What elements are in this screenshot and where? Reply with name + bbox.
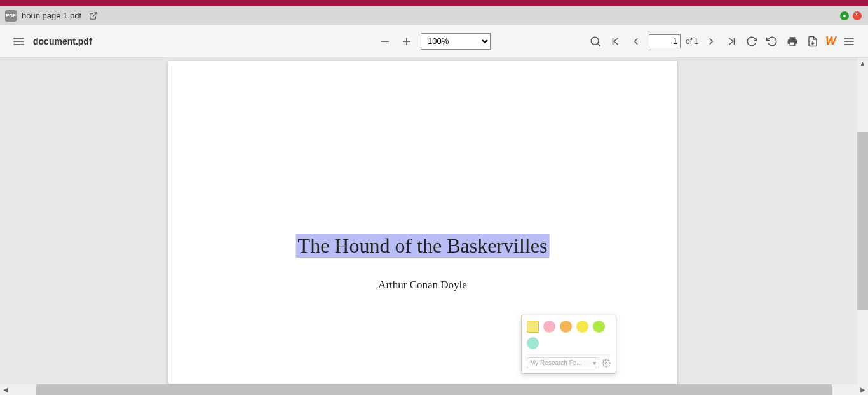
pdf-badge-icon: PDF bbox=[5, 10, 17, 22]
color-swatch-row bbox=[527, 321, 611, 349]
window-top-stripe bbox=[0, 0, 868, 6]
scroll-left-arrow[interactable]: ◀ bbox=[0, 384, 11, 395]
search-icon[interactable] bbox=[588, 34, 603, 49]
download-button[interactable] bbox=[805, 34, 820, 49]
page-number-input[interactable] bbox=[649, 34, 681, 48]
first-page-button[interactable] bbox=[608, 34, 623, 49]
highlight-swatch-green[interactable] bbox=[593, 321, 605, 333]
rotate-cw-button[interactable] bbox=[744, 34, 759, 49]
browser-tab-bar: PDF houn page 1.pdf bbox=[0, 6, 868, 25]
folder-select[interactable]: My Research Fo... ▾ bbox=[527, 357, 599, 368]
highlight-swatch-yellow-selected[interactable] bbox=[527, 321, 539, 333]
pdf-viewer: The Hound of the Baskervilles Arthur Con… bbox=[0, 58, 868, 395]
scroll-up-arrow[interactable]: ▲ bbox=[857, 58, 868, 69]
chevron-down-icon: ▾ bbox=[593, 359, 596, 366]
horizontal-scrollbar[interactable]: ◀ ▶ bbox=[0, 384, 868, 395]
highlight-swatch-orange[interactable] bbox=[560, 321, 572, 333]
highlight-swatch-teal[interactable] bbox=[527, 337, 539, 349]
svg-point-5 bbox=[14, 41, 15, 41]
highlight-swatch-yellow2[interactable] bbox=[576, 321, 588, 333]
svg-line-11 bbox=[598, 43, 600, 46]
svg-point-10 bbox=[591, 37, 599, 45]
sidebar-toggle-icon[interactable] bbox=[13, 35, 25, 48]
document-filename: document.pdf bbox=[33, 36, 92, 46]
next-page-button[interactable] bbox=[703, 34, 719, 49]
scroll-right-arrow[interactable]: ▶ bbox=[857, 384, 868, 395]
popout-icon[interactable] bbox=[89, 11, 98, 20]
more-menu-icon[interactable] bbox=[841, 34, 857, 49]
svg-point-4 bbox=[14, 38, 15, 38]
zoom-select[interactable]: 100% bbox=[421, 33, 491, 50]
zoom-out-button[interactable] bbox=[377, 34, 393, 49]
svg-line-0 bbox=[93, 12, 97, 16]
highlight-color-popup: My Research Fo... ▾ bbox=[521, 315, 616, 374]
rotate-ccw-button[interactable] bbox=[764, 34, 780, 49]
pdf-toolbar: document.pdf 100% of 1 bbox=[0, 25, 868, 58]
horizontal-scroll-thumb[interactable] bbox=[36, 384, 832, 395]
status-indicator-green[interactable] bbox=[840, 11, 849, 20]
weava-logo-icon[interactable]: W bbox=[825, 34, 836, 48]
vertical-scroll-thumb[interactable] bbox=[857, 132, 868, 310]
print-button[interactable] bbox=[785, 34, 800, 49]
prev-page-button[interactable] bbox=[628, 34, 644, 49]
svg-point-6 bbox=[14, 44, 15, 45]
document-title-selected[interactable]: The Hound of the Baskervilles bbox=[296, 234, 550, 258]
close-tab-button[interactable] bbox=[853, 11, 862, 20]
page-total-label: of 1 bbox=[686, 37, 698, 46]
folder-select-label: My Research Fo... bbox=[530, 359, 582, 366]
vertical-scrollbar[interactable]: ▲ ▼ bbox=[857, 58, 868, 395]
last-page-button[interactable] bbox=[724, 34, 739, 49]
svg-point-18 bbox=[605, 362, 607, 364]
zoom-in-button[interactable] bbox=[399, 34, 414, 49]
gear-icon[interactable] bbox=[602, 359, 611, 368]
document-author[interactable]: Arthur Conan Doyle bbox=[378, 279, 467, 291]
tab-title: houn page 1.pdf bbox=[22, 11, 81, 20]
highlight-swatch-pink[interactable] bbox=[543, 321, 555, 333]
